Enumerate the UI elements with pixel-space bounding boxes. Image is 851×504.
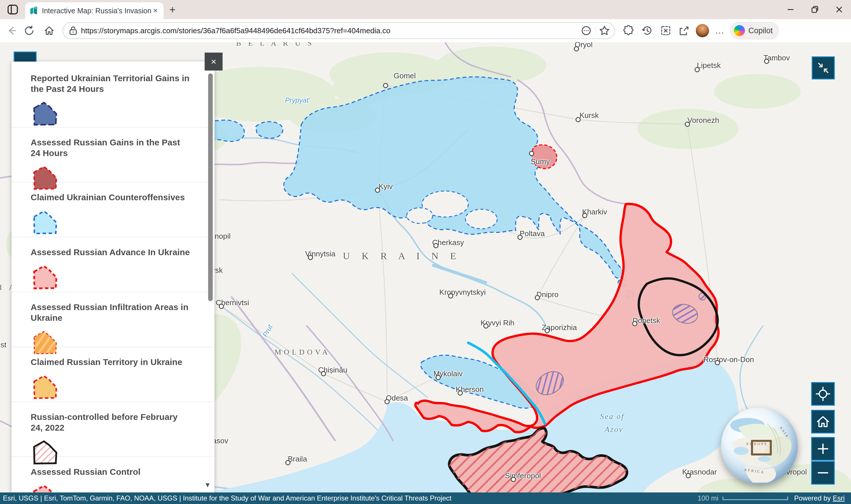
legend-swatch-icon	[31, 209, 59, 236]
map-label: Kropyvnytskyi	[439, 288, 485, 296]
legend-item-title: Claimed Ukrainian Counteroffensives	[31, 192, 191, 203]
minimize-button[interactable]	[786, 5, 795, 14]
new-tab-button[interactable]: +	[170, 5, 175, 15]
city-marker	[574, 46, 579, 51]
city-marker	[383, 83, 388, 88]
legend-swatch-icon	[31, 439, 59, 466]
legend-item-title: Russian-controlled before February 24, 2…	[31, 412, 191, 433]
city-marker	[686, 473, 691, 478]
city-marker	[517, 235, 522, 240]
legend-swatch-icon	[31, 165, 59, 191]
legend-item-title: Assessed Russian Control	[31, 467, 191, 478]
tab-workspaces-icon[interactable]	[7, 5, 18, 15]
url-text[interactable]: https://storymaps.arcgis.com/stories/36a…	[81, 26, 581, 35]
city-marker	[321, 371, 326, 376]
restore-button[interactable]	[811, 5, 819, 14]
map-stage: B E L A R U SOryolTambovLipetskGomelPryp…	[0, 42, 851, 504]
lock-icon[interactable]	[69, 26, 77, 36]
map-label: Kyiv	[378, 182, 392, 191]
url-more-icon[interactable]	[581, 25, 592, 36]
browser-titlebar: Interactive Map: Russia's Invasion × +	[0, 0, 851, 19]
zoom-in-button[interactable]	[811, 437, 835, 461]
scale-bar	[722, 496, 788, 501]
legend-item-title: Assessed Russian Gains in the Past 24 Ho…	[31, 137, 191, 158]
map-label: Lipetsk	[697, 61, 721, 70]
legend-list: Reported Ukrainian Territorial Gains in …	[12, 61, 214, 493]
legend-swatch-icon	[31, 374, 59, 400]
city-marker	[535, 295, 540, 300]
city-marker	[529, 151, 534, 156]
home-extent-button[interactable]	[811, 410, 835, 433]
scale-label: 100 mi	[697, 494, 718, 502]
storymaps-favicon-icon	[29, 6, 38, 15]
legend-item-title: Assessed Russian Infiltration Areas in U…	[31, 302, 191, 323]
extensions-icon[interactable]	[623, 25, 634, 36]
overview-globe[interactable]: EUROPEASIAAFRICA	[721, 408, 798, 484]
map-label: Sea of	[600, 412, 625, 421]
map-label: Prypyat'	[285, 96, 310, 104]
legend-close-button[interactable]: ×	[205, 53, 223, 71]
city-marker	[285, 460, 290, 465]
city-marker	[695, 67, 700, 72]
map-label: asov	[212, 437, 228, 445]
zoom-out-button[interactable]	[811, 461, 835, 485]
favorites-star-icon[interactable]	[599, 25, 610, 36]
web-capture-icon[interactable]	[660, 25, 672, 36]
attribution-sources: Esri, USGS | Esri, TomTom, Garmin, FAO, …	[3, 494, 697, 502]
map-label: Poltava	[520, 230, 545, 238]
address-bar[interactable]: https://storymaps.arcgis.com/stories/36a…	[63, 22, 615, 39]
divider	[595, 26, 596, 36]
map-label: MOLDOVA	[274, 348, 331, 357]
map-label: Rostov-on-Don	[704, 356, 754, 364]
city-marker	[436, 375, 441, 380]
city-marker	[575, 117, 581, 122]
refresh-icon[interactable]	[24, 25, 35, 36]
window-controls	[786, 0, 847, 19]
legend-swatch-icon	[31, 484, 59, 493]
legend-swatch-icon	[31, 329, 59, 356]
city-marker	[375, 187, 380, 193]
map-label: Braila	[288, 455, 307, 463]
legend-scrollbar[interactable]	[208, 73, 213, 301]
share-icon[interactable]	[678, 25, 690, 36]
legend-item: Assessed Russian Advance In Ukraine	[12, 237, 214, 292]
map-label: Gomel	[394, 72, 416, 80]
home-icon[interactable]	[43, 25, 55, 36]
collapse-map-button[interactable]	[812, 56, 835, 79]
tab-close-icon[interactable]: ×	[152, 7, 160, 15]
city-marker	[582, 213, 587, 218]
map-label: st	[1, 341, 6, 349]
attribution-bar: Esri, USGS | Esri, TomTom, Garmin, FAO, …	[0, 492, 851, 504]
legend-item: Assessed Russian Infiltration Areas in U…	[12, 292, 214, 347]
map-label: Kursk	[580, 111, 599, 120]
browser-tab[interactable]: Interactive Map: Russia's Invasion ×	[25, 2, 164, 19]
legend-panel: Reported Ukrainian Territorial Gains in …	[12, 61, 214, 493]
browser-toolbar: https://storymaps.arcgis.com/stories/36a…	[0, 19, 851, 42]
city-marker	[545, 328, 550, 333]
city-marker	[511, 477, 516, 482]
back-icon[interactable]	[6, 25, 17, 36]
globe-label: EUROPE	[746, 442, 768, 446]
city-marker	[632, 321, 637, 326]
esri-link[interactable]: Esri	[833, 494, 845, 502]
map-label: Sumy	[531, 158, 550, 166]
profile-avatar[interactable]	[696, 24, 709, 37]
tab-title: Interactive Map: Russia's Invasion	[42, 7, 152, 15]
legend-item-title: Assessed Russian Advance In Ukraine	[31, 247, 191, 258]
legend-item-title: Reported Ukrainian Territorial Gains in …	[31, 73, 191, 94]
close-window-button[interactable]	[835, 5, 844, 14]
copilot-icon	[734, 25, 745, 36]
legend-swatch-icon	[31, 101, 59, 127]
copilot-button[interactable]: Copilot	[730, 22, 779, 39]
scroll-more-indicator[interactable]: ▼	[204, 481, 211, 489]
legend-item: Russian-controlled before February 24, 2…	[12, 402, 214, 456]
settings-more-icon[interactable]: ...	[715, 26, 724, 36]
history-icon[interactable]	[641, 25, 653, 36]
copilot-label: Copilot	[748, 26, 773, 35]
map-label: B E L A R U S	[236, 42, 315, 48]
locate-button[interactable]	[811, 382, 835, 406]
city-marker	[433, 243, 439, 248]
city-marker	[385, 399, 390, 404]
legend-item-title: Claimed Russian Territory in Ukraine	[31, 357, 191, 367]
city-marker	[483, 323, 489, 328]
